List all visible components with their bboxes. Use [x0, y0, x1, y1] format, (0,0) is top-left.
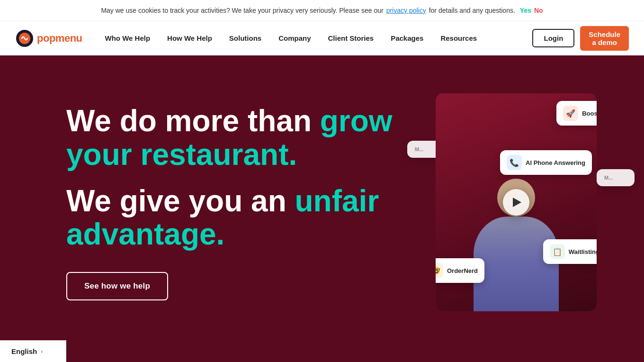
nav-item-resources[interactable]: Resources — [433, 30, 484, 46]
cookie-banner: May we use cookies to track your activit… — [0, 0, 644, 21]
privacy-policy-link[interactable]: privacy policy — [386, 7, 426, 14]
language-switcher[interactable]: English › — [0, 340, 66, 362]
waitlisting-pill: 📋 Waitlisting — [543, 239, 597, 264]
nav-actions: Login Schedule a demo — [532, 26, 629, 51]
language-label: English — [11, 347, 37, 355]
logo[interactable]: popmenu — [15, 29, 82, 48]
video-container[interactable]: 🚀 Boost 📞 AI Phone Answering 📋 Waitlisti… — [436, 93, 597, 311]
hero-headline: We do more than grow your restaurant. — [66, 104, 398, 171]
hero-video-area: M... M... — [436, 93, 606, 311]
nav-links: Who We Help How We Help Solutions Compan… — [98, 30, 533, 46]
ordernerd-pill: 🤓 OrderNerd — [436, 258, 484, 283]
logo-text: popmenu — [37, 32, 82, 45]
nav-item-client-stories[interactable]: Client Stories — [320, 30, 381, 46]
cookie-suffix: for details and any questions. — [429, 7, 515, 14]
right-partial-card: M... — [597, 169, 635, 186]
cookie-message: May we use cookies to track your activit… — [101, 7, 383, 14]
hero-section: We do more than grow your restaurant. We… — [0, 55, 644, 349]
boost-pill: 🚀 Boost — [556, 101, 597, 126]
nav-item-solutions[interactable]: Solutions — [222, 30, 269, 46]
login-button[interactable]: Login — [532, 29, 574, 47]
nav-item-who-we-help[interactable]: Who We Help — [98, 30, 158, 46]
ai-phone-icon: 📞 — [507, 155, 522, 170]
nav-item-packages[interactable]: Packages — [383, 30, 431, 46]
hero-content: We do more than grow your restaurant. We… — [66, 104, 398, 300]
nav-item-how-we-help[interactable]: How We Help — [160, 30, 220, 46]
nav-item-company[interactable]: Company — [271, 30, 318, 46]
ai-phone-pill: 📞 AI Phone Answering — [500, 150, 592, 175]
schedule-demo-button[interactable]: Schedule a demo — [580, 26, 629, 51]
language-chevron: › — [41, 348, 43, 355]
hero-subheadline: We give you an unfair advantage. — [66, 184, 398, 251]
see-how-button[interactable]: See how we help — [66, 272, 168, 300]
cookie-no-button[interactable]: No — [534, 7, 543, 14]
navbar: popmenu Who We Help How We Help Solution… — [0, 21, 644, 55]
ordernerd-icon: 🤓 — [436, 263, 443, 278]
play-icon — [513, 198, 521, 207]
logo-icon — [15, 29, 34, 48]
waitlisting-icon: 📋 — [550, 244, 565, 259]
video-play-button[interactable] — [503, 189, 529, 216]
boost-icon: 🚀 — [563, 106, 578, 121]
cookie-yes-button[interactable]: Yes — [520, 7, 531, 14]
